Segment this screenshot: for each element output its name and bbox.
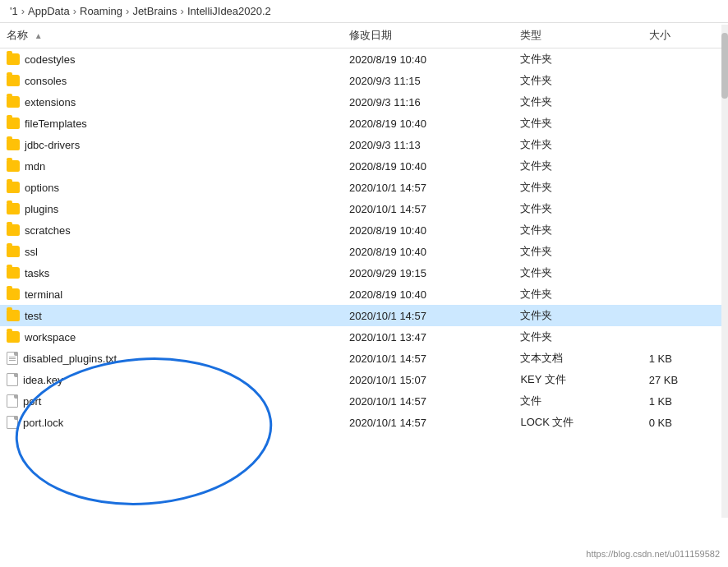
table-row[interactable]: options2020/10/1 14:57文件夹 (0, 177, 728, 198)
col-header-name[interactable]: 名称 ▲ (0, 23, 343, 48)
file-size-cell (643, 219, 728, 241)
file-name-label: port.lock (23, 417, 63, 429)
col-type-label: 类型 (520, 29, 541, 41)
file-size-cell (643, 198, 728, 219)
table-row[interactable]: consoles2020/9/3 11:15文件夹 (0, 70, 728, 91)
file-type-cell: 文本文档 (514, 348, 642, 369)
file-name-label: plugins (25, 203, 58, 215)
file-date-cell: 2020/10/1 15:07 (343, 369, 514, 390)
file-size-cell (643, 262, 728, 284)
file-type-cell: 文件夹 (514, 91, 642, 113)
file-size-cell (643, 241, 728, 262)
col-header-size[interactable]: 大小 (643, 23, 728, 48)
file-type-cell: 文件 (514, 390, 642, 412)
file-name-cell: terminal (0, 284, 343, 305)
sort-arrow-icon: ▲ (35, 31, 43, 40)
folder-icon (7, 203, 20, 214)
file-size-cell (643, 91, 728, 113)
file-date-cell: 2020/10/1 14:57 (343, 305, 514, 326)
table-row[interactable]: port2020/10/1 14:57文件1 KB (0, 390, 728, 412)
file-name-cell: scratches (0, 219, 343, 241)
scrollbar[interactable] (721, 25, 728, 518)
file-name-label: extensions (25, 96, 76, 108)
col-size-label: 大小 (649, 29, 670, 41)
file-size-cell: 0 KB (643, 412, 728, 433)
file-name-cell: port.lock (0, 412, 343, 433)
breadcrumb-item[interactable]: Roaming (80, 5, 122, 17)
file-name-cell: extensions (0, 91, 343, 113)
file-size-cell (643, 305, 728, 326)
file-date-cell: 2020/10/1 14:57 (343, 177, 514, 198)
breadcrumb-item[interactable]: '1 (10, 5, 18, 17)
breadcrumb-item[interactable]: JetBrains (132, 5, 177, 17)
table-row[interactable]: jdbc-drivers2020/9/3 11:13文件夹 (0, 134, 728, 155)
file-icon (7, 373, 18, 386)
file-date-cell: 2020/8/19 10:40 (343, 155, 514, 177)
breadcrumb-separator: › (126, 5, 129, 17)
file-type-cell: 文件夹 (514, 241, 642, 262)
file-size-cell (643, 113, 728, 134)
file-name-cell: options (0, 177, 343, 198)
table-row[interactable]: test2020/10/1 14:57文件夹 (0, 305, 728, 326)
file-type-cell: 文件夹 (514, 48, 642, 71)
folder-icon (7, 246, 20, 257)
file-date-cell: 2020/8/19 10:40 (343, 219, 514, 241)
file-icon (7, 394, 18, 408)
col-header-type[interactable]: 类型 (514, 23, 642, 48)
folder-icon (7, 160, 20, 172)
file-size-cell (643, 134, 728, 155)
file-type-cell: 文件夹 (514, 305, 642, 326)
file-name-cell: jdbc-drivers (0, 134, 343, 155)
file-type-cell: 文件夹 (514, 113, 642, 134)
col-header-date[interactable]: 修改日期 (343, 23, 514, 48)
file-type-cell: 文件夹 (514, 198, 642, 219)
folder-icon (7, 310, 20, 321)
table-row[interactable]: scratches2020/8/19 10:40文件夹 (0, 219, 728, 241)
table-row[interactable]: codestyles2020/8/19 10:40文件夹 (0, 48, 728, 71)
file-name-label: test (25, 310, 42, 322)
file-name-cell: port (0, 390, 343, 412)
table-row[interactable]: workspace2020/10/1 13:47文件夹 (0, 326, 728, 348)
table-row[interactable]: extensions2020/9/3 11:16文件夹 (0, 91, 728, 113)
table-row[interactable]: plugins2020/10/1 14:57文件夹 (0, 198, 728, 219)
breadcrumb-item[interactable]: IntelliJIdea2020.2 (187, 5, 271, 17)
file-name-cell: plugins (0, 198, 343, 219)
file-name-label: terminal (25, 288, 62, 301)
file-date-cell: 2020/9/29 19:15 (343, 262, 514, 284)
file-date-cell: 2020/10/1 13:47 (343, 326, 514, 348)
table-row[interactable]: terminal2020/8/19 10:40文件夹 (0, 284, 728, 305)
table-row[interactable]: tasks2020/9/29 19:15文件夹 (0, 262, 728, 284)
table-row[interactable]: idea.key2020/10/1 15:07KEY 文件27 KB (0, 369, 728, 390)
file-name-cell: workspace (0, 326, 343, 348)
table-row[interactable]: ssl2020/8/19 10:40文件夹 (0, 241, 728, 262)
folder-icon (7, 139, 20, 150)
file-name-label: idea.key (23, 374, 62, 386)
table-row[interactable]: disabled_plugins.txt2020/10/1 14:57文本文档1… (0, 348, 728, 369)
breadcrumb-item[interactable]: AppData (28, 5, 70, 17)
file-size-cell: 27 KB (643, 369, 728, 390)
file-date-cell: 2020/9/3 11:16 (343, 91, 514, 113)
file-text-icon (7, 352, 18, 365)
file-size-cell: 1 KB (643, 390, 728, 412)
file-size-cell (643, 48, 728, 71)
file-date-cell: 2020/10/1 14:57 (343, 412, 514, 433)
file-size-cell (643, 326, 728, 348)
file-name-cell: disabled_plugins.txt (0, 348, 343, 369)
scrollbar-thumb[interactable] (721, 33, 728, 99)
folder-icon (7, 75, 20, 86)
file-size-cell (643, 177, 728, 198)
table-row[interactable]: fileTemplates2020/8/19 10:40文件夹 (0, 113, 728, 134)
table-row[interactable]: port.lock2020/10/1 14:57LOCK 文件0 KB (0, 412, 728, 433)
breadcrumb-separator: › (73, 5, 76, 17)
table-header-row: 名称 ▲ 修改日期 类型 大小 (0, 23, 728, 48)
file-table: 名称 ▲ 修改日期 类型 大小 codestyles2020/8/19 10:4… (0, 23, 728, 433)
file-size-cell (643, 284, 728, 305)
file-name-label: scratches (25, 224, 71, 237)
file-name-cell: tasks (0, 262, 343, 284)
file-size-cell: 1 KB (643, 348, 728, 369)
file-name-cell: fileTemplates (0, 113, 343, 134)
table-row[interactable]: mdn2020/8/19 10:40文件夹 (0, 155, 728, 177)
file-name-cell: ssl (0, 241, 343, 262)
file-type-cell: LOCK 文件 (514, 412, 642, 433)
file-type-cell: 文件夹 (514, 177, 642, 198)
